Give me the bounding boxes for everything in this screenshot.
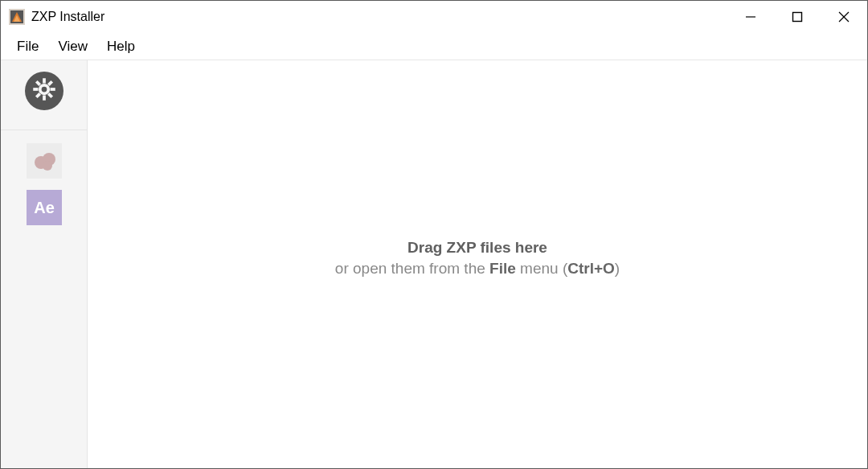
drop-sub-prefix: or open them from the <box>335 260 489 277</box>
menu-help[interactable]: Help <box>97 34 145 60</box>
client-area: Ae Drag ZXP files here or open them from… <box>1 60 867 468</box>
sidebar-top <box>1 60 87 130</box>
svg-point-8 <box>39 85 48 94</box>
after-effects-icon: Ae <box>27 190 62 228</box>
titlebar[interactable]: ZXP Installer <box>1 1 867 33</box>
maximize-button[interactable] <box>774 1 821 33</box>
svg-rect-15 <box>35 80 40 86</box>
svg-text:Ae: Ae <box>34 199 55 216</box>
sidebar-apps: Ae <box>27 130 62 227</box>
sidebar: Ae <box>1 60 88 468</box>
svg-rect-13 <box>47 80 52 86</box>
app-window: ZXP Installer File View Help <box>0 0 868 469</box>
drop-message: Drag ZXP files here or open them from th… <box>88 239 867 278</box>
drop-sub-suffix: ) <box>615 260 620 277</box>
window-title: ZXP Installer <box>31 10 104 24</box>
svg-rect-5 <box>793 13 802 22</box>
menubar: File View Help <box>1 33 867 60</box>
gear-icon <box>32 77 56 105</box>
minimize-button[interactable] <box>727 1 774 33</box>
drop-title: Drag ZXP files here <box>88 239 867 257</box>
drop-sub-mid: menu ( <box>516 260 567 277</box>
svg-point-20 <box>43 161 52 171</box>
window-controls <box>727 1 867 33</box>
svg-rect-12 <box>50 88 55 91</box>
svg-rect-11 <box>33 88 38 91</box>
close-button[interactable] <box>821 1 867 33</box>
creative-cloud-icon <box>27 143 62 182</box>
drop-sub-bold-shortcut: Ctrl+O <box>567 260 615 277</box>
drop-sub-bold-file: File <box>489 260 516 277</box>
settings-button[interactable] <box>25 72 63 110</box>
svg-rect-14 <box>35 93 40 98</box>
menu-view[interactable]: View <box>48 34 97 60</box>
svg-rect-9 <box>43 78 46 83</box>
main-dropzone[interactable]: Drag ZXP files here or open them from th… <box>88 60 867 468</box>
drop-subtitle: or open them from the File menu (Ctrl+O) <box>88 260 867 278</box>
sidebar-app-after-effects[interactable]: Ae <box>27 191 62 227</box>
app-icon <box>9 9 25 25</box>
menu-file[interactable]: File <box>7 34 48 60</box>
svg-rect-10 <box>43 96 46 101</box>
svg-rect-16 <box>47 93 52 98</box>
sidebar-app-creative-cloud[interactable] <box>27 145 62 180</box>
